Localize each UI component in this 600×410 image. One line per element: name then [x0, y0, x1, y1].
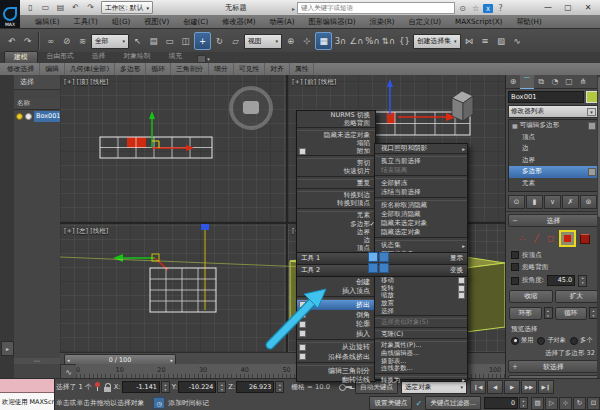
menu-item[interactable]: 创建(C) — [176, 15, 215, 28]
ribbon-tab[interactable]: 选择 — [83, 51, 115, 63]
percent-snap-icon[interactable]: %∩ — [365, 33, 380, 49]
shrink-button[interactable]: 收缩 — [509, 290, 553, 303]
ribbon-panel-button[interactable]: 编辑 — [40, 63, 65, 75]
viewport-left-label[interactable]: [+] [左] [线框] — [64, 227, 108, 236]
quad-menu-item[interactable]: 忽略背面 — [297, 119, 375, 127]
previous-frame-arrow-icon[interactable]: ◂ — [67, 357, 70, 363]
play-button[interactable]: ▶ — [504, 380, 520, 394]
menu-item[interactable]: 图形编辑器(D) — [301, 15, 362, 28]
ribbon-tab[interactable]: 建模 — [4, 51, 38, 63]
preview-radio[interactable]: 子对象 — [537, 336, 566, 345]
quad-header-tools1[interactable]: 工具 1 — [301, 254, 320, 263]
viewport-top-label[interactable]: [+] [顶] [线框] — [64, 78, 108, 87]
time-tag-icon[interactable]: ◷ — [153, 397, 165, 409]
make-unique-icon[interactable]: ∨ — [544, 195, 561, 209]
preview-radio[interactable]: 多个 — [570, 336, 592, 345]
new-file-icon[interactable]: ▯ — [24, 2, 37, 14]
rectangular-selection-region-icon[interactable]: ▭ — [162, 33, 177, 49]
maximize-button[interactable]: ▢ — [558, 0, 578, 14]
quad-menu-item[interactable]: 从边旋转 — [297, 343, 375, 353]
select-and-manipulate-icon[interactable]: ⊹ — [299, 33, 314, 49]
menu-item[interactable]: 编辑(E) — [28, 15, 67, 28]
toggle-scene-explorer-icon[interactable]: ▧ — [494, 33, 509, 49]
key-filters-button[interactable]: 关键点过滤器... — [425, 396, 481, 410]
settings-box-icon[interactable] — [299, 344, 306, 351]
go-to-start-button[interactable]: ❙◀ — [470, 380, 486, 394]
snap-toggle-3d-icon[interactable]: 3∩ — [333, 33, 348, 49]
coordinate-field[interactable]: Z:26.923▴▾ — [228, 381, 284, 393]
edge-subobject-icon[interactable]: ╱ — [531, 233, 542, 244]
menu-item[interactable]: 渲染(R) — [363, 15, 402, 28]
select-and-scale-icon[interactable]: ▱ — [228, 33, 243, 49]
listener-line[interactable]: 欢迎使用 MAXScript — [0, 393, 54, 410]
modifier-list-dropdown[interactable]: 修改器列表 ▾ — [508, 105, 599, 118]
by-angle-checkbox[interactable] — [511, 277, 519, 285]
go-to-end-button[interactable]: ▶❙ — [538, 380, 554, 394]
quad-menu-item[interactable]: 重复 — [297, 180, 375, 188]
search-input[interactable] — [297, 2, 455, 14]
ribbon-panel-button[interactable]: 多边形 — [115, 63, 146, 75]
utilities-tab-icon[interactable]: ⋔ — [576, 75, 590, 88]
grow-button[interactable]: 扩大 — [555, 290, 599, 303]
quad-menu-item[interactable]: 转换到顶点 — [297, 200, 375, 208]
quad-menu-item[interactable]: 全部解冻 — [375, 179, 467, 188]
explorer-name-column-header[interactable]: 名称 — [14, 98, 60, 110]
named-selection-set-dropdown[interactable]: 创建选择集▾ — [413, 34, 461, 49]
selection-filter-dropdown[interactable]: 全部▾ — [91, 34, 129, 49]
vertex-subobject-icon[interactable]: ∴ — [517, 233, 528, 244]
quad-menu-item[interactable]: 孤立当前选择 — [375, 157, 467, 166]
object-name-field[interactable]: Box001 — [508, 91, 584, 103]
select-object-icon[interactable]: ↖ — [130, 33, 145, 49]
stack-row[interactable]: ▦可编辑多边形 — [509, 120, 598, 132]
orbit-icon[interactable]: ↻ — [573, 397, 586, 410]
quad-menu-item[interactable]: 倒角 — [297, 310, 375, 320]
quad-menu-item[interactable]: 沿样条线挤出 — [297, 352, 375, 362]
stack-row[interactable]: 边界 — [509, 155, 598, 167]
ribbon-tab[interactable]: 自由形式 — [38, 51, 83, 63]
quad-menu-item[interactable]: 附加 — [297, 147, 375, 155]
stack-lamp-icon[interactable] — [588, 122, 596, 130]
key-filters-check-icon[interactable]: ✓ — [415, 399, 422, 408]
motion-tab-icon[interactable]: ◔ — [548, 75, 562, 88]
settings-box-icon[interactable] — [299, 311, 306, 318]
menu-item[interactable]: MAXScript(X) — [448, 15, 509, 28]
quad-menu-item[interactable]: 编辑三角剖分 — [297, 366, 375, 376]
border-subobject-icon[interactable]: ◻ — [545, 233, 556, 244]
menu-item[interactable]: 帮助(H) — [509, 15, 548, 28]
quad-menu-item[interactable]: 隐藏未选定对象 — [375, 219, 467, 228]
quad-menu-item[interactable]: 快速切片 — [297, 168, 375, 176]
ribbon-tab[interactable]: 填充 — [160, 51, 192, 63]
ribbon-tab[interactable]: 对象绘制 — [114, 51, 159, 63]
quad-menu-item[interactable]: 连线参数... — [375, 365, 467, 373]
favorites-icon[interactable]: ☆ — [470, 2, 481, 14]
ribbon-config-button[interactable]: ▾ — [197, 55, 210, 63]
selection-rollout-header[interactable]: − 选择 — [508, 214, 599, 227]
next-frame-arrow-icon[interactable]: ▸ — [170, 357, 173, 363]
loop-button[interactable]: 循环 — [555, 307, 588, 320]
reference-coordinate-dropdown[interactable]: 视图▾ — [244, 34, 282, 49]
isolate-selection-icon[interactable] — [95, 382, 101, 392]
coordinate-field[interactable]: Y:-10.224▴▾ — [172, 381, 227, 393]
curve-editor-icon[interactable]: ∿ — [510, 33, 525, 49]
settings-box-icon[interactable] — [458, 285, 465, 292]
zoom-icon[interactable]: ▧ — [531, 397, 544, 410]
coordinate-spinner[interactable]: ▴▾ — [161, 381, 170, 393]
explorer-select-menu[interactable]: 选择 — [14, 75, 60, 90]
workspace-dropdown[interactable]: 工作区: 默认 ▾ — [101, 1, 153, 14]
search-expand-icon[interactable]: ▸ — [292, 5, 295, 12]
redo-icon[interactable]: ↷ — [20, 33, 35, 49]
coordinate-value[interactable]: 26.923 — [236, 381, 274, 393]
hierarchy-tab-icon[interactable]: ⧉ — [534, 75, 548, 88]
ring-spinner[interactable]: ▴▾ — [544, 307, 553, 319]
ribbon-panel-button[interactable]: 循环 — [146, 63, 171, 75]
menu-item[interactable]: 视图(V) — [137, 15, 176, 28]
undo-icon[interactable]: ↶ — [4, 33, 19, 49]
ribbon-panel-button[interactable]: 细分 — [209, 63, 234, 75]
modify-tab-icon[interactable]: ⌒ — [520, 75, 534, 89]
minimize-button[interactable]: — — [538, 0, 558, 14]
ribbon-panel-button[interactable]: 对齐 — [265, 63, 290, 75]
current-frame-field[interactable]: 0 — [484, 397, 518, 409]
menu-item[interactable]: 修改器(M) — [215, 15, 262, 28]
ring-button[interactable]: 环形 — [509, 307, 542, 320]
explorer-object-row[interactable]: Box001 — [14, 110, 60, 122]
